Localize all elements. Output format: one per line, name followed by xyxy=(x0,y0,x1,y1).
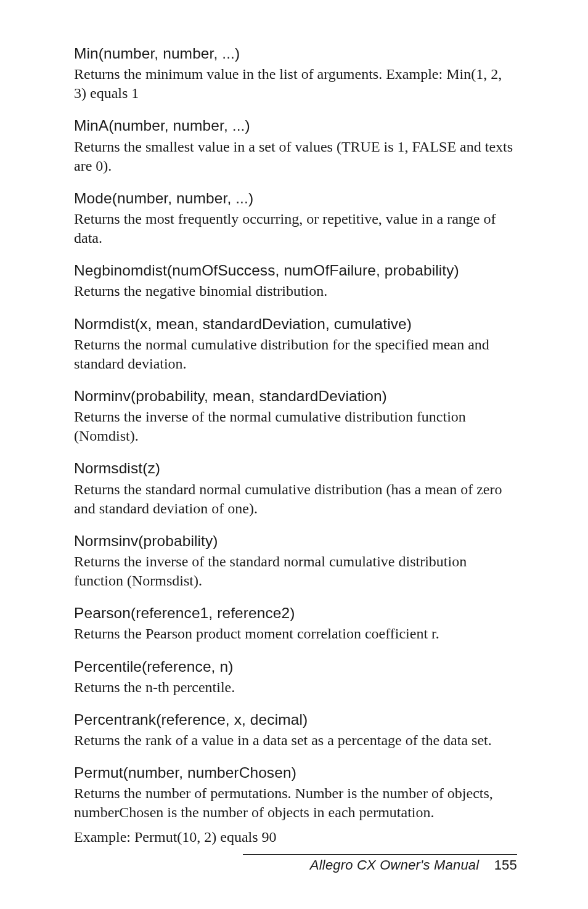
function-heading: Normsdist(z) xyxy=(74,458,517,478)
function-entry: Normsinv(probability) Returns the invers… xyxy=(74,531,517,590)
function-entry: Mode(number, number, ...) Returns the mo… xyxy=(74,188,517,248)
function-entry: MinA(number, number, ...) Returns the sm… xyxy=(74,115,517,175)
function-example: Example: Permut(10, 2) equals 90 xyxy=(74,828,517,847)
function-heading: Norminv(probability, mean, standardDevia… xyxy=(74,386,517,406)
footer-rule xyxy=(243,854,517,855)
function-heading: Percentrank(reference, x, decimal) xyxy=(74,709,517,730)
content: Min(number, number, ...) Returns the min… xyxy=(74,43,517,847)
function-heading: Normdist(x, mean, standardDeviation, cum… xyxy=(74,314,517,334)
footer-text: Allegro CX Owner's Manual 155 xyxy=(243,857,517,873)
function-description: Returns the negative binomial distributi… xyxy=(74,282,517,301)
function-entry: Percentrank(reference, x, decimal) Retur… xyxy=(74,709,517,750)
function-heading: Permut(number, numberChosen) xyxy=(74,762,517,783)
function-entry: Normdist(x, mean, standardDeviation, cum… xyxy=(74,314,517,373)
function-description: Returns the number of permutations. Numb… xyxy=(74,784,517,822)
function-heading: Normsinv(probability) xyxy=(74,531,517,551)
function-entry: Pearson(reference1, reference2) Returns … xyxy=(74,603,517,643)
function-heading: MinA(number, number, ...) xyxy=(74,115,517,136)
function-entry: Negbinomdist(numOfSuccess, numOfFailure,… xyxy=(74,260,517,301)
function-heading: Mode(number, number, ...) xyxy=(74,188,517,208)
function-description: Returns the smallest value in a set of v… xyxy=(74,137,517,176)
function-description: Returns the inverse of the normal cumula… xyxy=(74,407,517,446)
function-description: Returns the inverse of the standard norm… xyxy=(74,552,517,590)
function-entry: Percentile(reference, n) Returns the n-t… xyxy=(74,656,517,697)
page-number: 155 xyxy=(494,857,517,873)
function-description: Returns the minimum value in the list of… xyxy=(74,65,517,103)
function-entry: Permut(number, numberChosen) Returns the… xyxy=(74,762,517,847)
function-description: Returns the standard normal cumulative d… xyxy=(74,480,517,518)
function-heading: Pearson(reference1, reference2) xyxy=(74,603,517,623)
function-description: Returns the most frequently occurring, o… xyxy=(74,210,517,248)
function-entry: Norminv(probability, mean, standardDevia… xyxy=(74,386,517,446)
function-heading: Min(number, number, ...) xyxy=(74,43,517,63)
function-heading: Negbinomdist(numOfSuccess, numOfFailure,… xyxy=(74,260,517,280)
function-entry: Min(number, number, ...) Returns the min… xyxy=(74,43,517,103)
function-description: Returns the n-th percentile. xyxy=(74,678,517,697)
function-description: Returns the normal cumulative distributi… xyxy=(74,335,517,373)
function-heading: Percentile(reference, n) xyxy=(74,656,517,677)
function-description: Returns the rank of a value in a data se… xyxy=(74,731,517,750)
manual-title: Allegro CX Owner's Manual xyxy=(310,857,480,873)
page-footer: Allegro CX Owner's Manual 155 xyxy=(243,854,517,873)
function-entry: Normsdist(z) Returns the standard normal… xyxy=(74,458,517,518)
function-description: Returns the Pearson product moment corre… xyxy=(74,624,517,643)
